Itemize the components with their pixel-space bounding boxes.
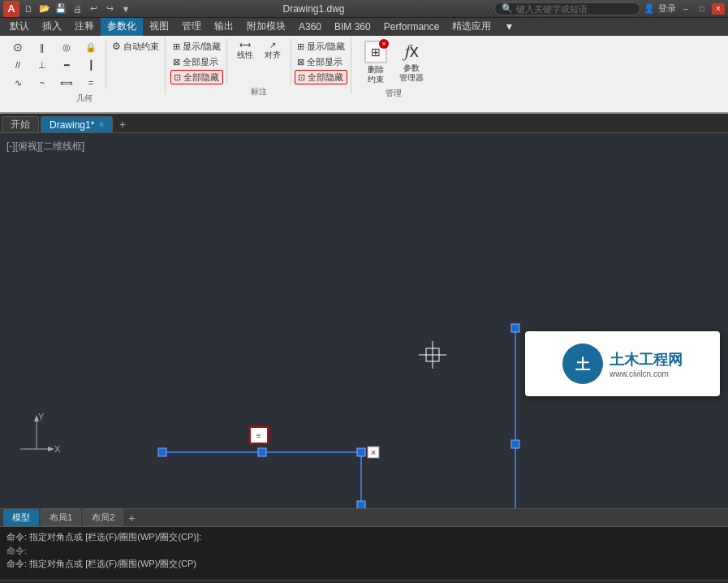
menu-insert[interactable]: 插入	[36, 18, 68, 36]
geometry-label: 几何	[76, 91, 93, 104]
constraint-smooth-btn[interactable]: ~	[31, 75, 54, 91]
menu-featured[interactable]: 精选应用	[446, 18, 498, 36]
hide-all-right-btn[interactable]: ⊡ 全部隐藏	[295, 70, 347, 84]
constraint-concentric-btn[interactable]: ◎	[55, 39, 78, 55]
svg-rect-5	[158, 448, 166, 456]
svg-rect-6	[258, 448, 266, 456]
svg-text:≡: ≡	[256, 431, 261, 440]
align-icon: ↗	[269, 41, 276, 50]
model-tabs: 模型 布局1 布局2 +	[0, 508, 728, 526]
ribbon-content: ⊙ ‖ ◎ 🔒 // ⊥ ━ ┃ ∿ ~ ⟺	[0, 36, 728, 96]
align-dim-btn[interactable]: ↗ 对齐	[260, 39, 286, 63]
ribbon-group-manage: ⊞ × 删除约束 𝑓x 参数管理器 管理	[353, 37, 434, 94]
watermark: 土 土木工程网 www.civilcn.com	[525, 331, 720, 396]
command-text: 命令: 指定对角点或 [栏选(F)/圈围(WP)/圈交(CP)]: 命令: 命令…	[0, 527, 728, 580]
constraint-coincident-btn[interactable]: ⊙	[6, 39, 29, 55]
show-hide-right-icon: ⊞	[297, 41, 304, 52]
print-btn[interactable]: 🖨	[70, 2, 84, 16]
quick-access-toolbar: 🗋 📂 💾 🖨 ↩ ↪ ▼	[21, 2, 133, 16]
delete-constraint-icon: ⊞ ×	[364, 41, 387, 63]
search-bar[interactable]: 🔍	[494, 2, 640, 15]
svg-rect-8	[511, 440, 519, 448]
delete-constraint-btn[interactable]: ⊞ × 删除约束	[359, 39, 393, 86]
watermark-logo: 土	[562, 343, 603, 384]
constraint-horiz-btn[interactable]: ━	[55, 57, 78, 73]
auto-constraint-btn[interactable]: ⚙ 自动约束	[110, 39, 162, 54]
watermark-main: 土木工程网	[610, 350, 683, 369]
menu-annotate[interactable]: 注释	[68, 18, 101, 36]
search-icon: 🔍	[502, 3, 513, 14]
menu-a360[interactable]: A360	[292, 18, 328, 36]
geometry-buttons: ⊙ ‖ ◎ 🔒 // ⊥ ━ ┃ ∿ ~ ⟺	[6, 39, 162, 91]
title-left: A 🗋 📂 💾 🖨 ↩ ↪ ▼	[3, 1, 133, 17]
menu-bar: 默认 插入 注释 参数化 视图 管理 输出 附加模块 A360 BIM 360 …	[0, 18, 728, 36]
constraint-vert-btn[interactable]: ┃	[80, 57, 102, 73]
linear-dim-btn[interactable]: ⟷ 线性	[232, 39, 258, 63]
drawing-canvas: × × × ≡	[0, 133, 728, 508]
constraint-tang-btn[interactable]: ∿	[6, 75, 29, 91]
ribbon: ⊙ ‖ ◎ 🔒 // ⊥ ━ ┃ ∿ ~ ⟺	[0, 36, 728, 114]
watermark-sub: www.civilcn.com	[610, 369, 683, 378]
linear-icon: ⟷	[239, 41, 251, 50]
show-all-right-btn[interactable]: ⊠ 全部显示	[295, 54, 347, 69]
constraint-lock-btn[interactable]: 🔒	[80, 39, 102, 55]
tab-start-label: 开始	[11, 118, 30, 132]
command-input-bar[interactable]: ✕ 🔍 ▶ ▶	[0, 580, 728, 583]
menu-default[interactable]: 默认	[3, 18, 36, 36]
menu-more[interactable]: ▼	[498, 18, 520, 36]
min-button[interactable]: –	[679, 3, 692, 15]
menu-addons[interactable]: 附加模块	[240, 18, 292, 36]
constraint-parallel-btn[interactable]: //	[6, 57, 29, 73]
delete-constraint-label: 删除约束	[368, 65, 384, 84]
command-area: 命令: 指定对角点或 [栏选(F)/圈围(WP)/圈交(CP)]: 命令: 命令…	[0, 526, 728, 583]
constraint-sym-btn[interactable]: ⟺	[55, 75, 78, 91]
y-axis-indicator: Y X	[12, 408, 61, 460]
menu-bim360[interactable]: BIM 360	[328, 18, 377, 36]
show-all-icon: ⊠	[173, 57, 180, 67]
svg-text:X: X	[54, 444, 61, 454]
svg-rect-10	[357, 501, 365, 508]
constraint-collinear-btn[interactable]: ‖	[31, 39, 54, 55]
svg-rect-7	[357, 448, 365, 456]
redo-btn[interactable]: ↪	[102, 2, 117, 16]
constraint-equal-btn[interactable]: =	[80, 75, 102, 91]
show-hide-right-btn[interactable]: ⊞ 显示/隐藏	[295, 39, 347, 54]
tab-layout-add[interactable]: +	[125, 512, 138, 525]
tab-layout1[interactable]: 布局1	[41, 509, 81, 526]
tab-layout2[interactable]: 布局2	[83, 509, 123, 526]
constraint-perp-btn[interactable]: ⊥	[31, 57, 54, 73]
hide-all-btn[interactable]: ⊡ 全部隐藏	[170, 70, 223, 84]
canvas-area[interactable]: [-][俯视][二维线框] × × ×	[0, 133, 728, 508]
cmd-line-1: 命令: 指定对角点或 [栏选(F)/圈围(WP)/圈交(CP)]:	[6, 530, 722, 544]
tab-close-icon[interactable]: ×	[99, 120, 104, 129]
close-button[interactable]: ×	[712, 3, 725, 15]
open-btn[interactable]: 📂	[37, 2, 52, 16]
app-icon: A	[3, 1, 19, 17]
show-all-btn[interactable]: ⊠ 全部显示	[170, 54, 223, 69]
manage-label: 管理	[386, 86, 402, 99]
cmd-line-2: 命令:	[6, 544, 722, 558]
tab-model[interactable]: 模型	[3, 509, 39, 526]
auto-constraint-group: ⚙ 自动约束	[110, 39, 162, 54]
menu-performance[interactable]: Performance	[377, 18, 446, 36]
login-label[interactable]: 登录	[658, 2, 676, 15]
tab-add-button[interactable]: +	[114, 116, 131, 132]
menu-manage[interactable]: 管理	[175, 18, 208, 36]
menu-output[interactable]: 输出	[208, 18, 240, 36]
tab-drawing1[interactable]: Drawing1* ×	[41, 116, 113, 132]
search-input[interactable]	[516, 4, 633, 14]
undo-btn[interactable]: ↩	[86, 2, 101, 16]
new-btn[interactable]: 🗋	[21, 2, 36, 16]
title-right: 🔍 👤 登录 – □ ×	[494, 2, 725, 15]
watermark-text: 土木工程网 www.civilcn.com	[610, 350, 683, 378]
save-btn[interactable]: 💾	[54, 2, 68, 16]
max-button[interactable]: □	[696, 3, 709, 15]
show-all-right-icon: ⊠	[297, 57, 304, 67]
menu-view[interactable]: 视图	[143, 18, 175, 36]
menu-parametric[interactable]: 参数化	[101, 18, 143, 36]
tab-start[interactable]: 开始	[2, 116, 39, 132]
param-manager-btn[interactable]: 𝑓x 参数管理器	[394, 39, 429, 86]
svg-marker-28	[48, 447, 54, 451]
qa-more-btn[interactable]: ▼	[118, 2, 133, 16]
show-hide-btn[interactable]: ⊞ 显示/隐藏	[170, 39, 223, 54]
